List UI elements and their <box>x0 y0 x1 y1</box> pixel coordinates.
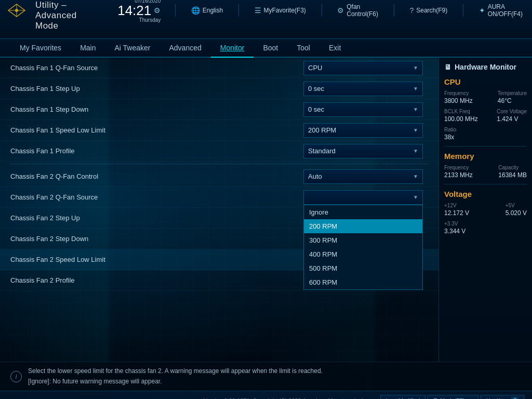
cpu-bclk-item: BCLK Freq 100.00 MHz <box>444 109 478 123</box>
memory-section-title: Memory <box>444 152 527 161</box>
memory-freq-item: Frequency 2133 MHz <box>444 165 473 179</box>
fan2-speedlow-label: Chassis Fan 2 Speed Low Limit <box>10 256 303 263</box>
cpu-freq-temp-row: Frequency 3800 MHz Temperature 46°C <box>444 90 527 104</box>
fan1-stepup-arrow: ▼ <box>413 86 418 91</box>
fan1-stepdown-value: 0 sec <box>308 105 324 113</box>
ez-mode-arrow-icon: → <box>467 397 473 400</box>
info-text-line2: [Ignore]: No future warning message will… <box>28 377 323 387</box>
cpu-temp-value: 46°C <box>498 97 527 104</box>
fan1-profile-value: Standard <box>308 147 336 155</box>
cpu-corevolt-item: Core Voltage 1.424 V <box>497 109 527 123</box>
aura-button[interactable]: ✦ AURA ON/OFF(F4) <box>476 2 526 19</box>
footer-buttons: Last Modified EzMode(F7) → Hot Keys ? <box>380 395 524 399</box>
fan1-speedlow-row: Chassis Fan 1 Speed Low Limit 200 RPM ▼ <box>0 120 438 141</box>
fan1-speedlow-dropdown[interactable]: 200 RPM ▼ <box>303 123 423 138</box>
cpu-temp-item: Temperature 46°C <box>498 90 527 104</box>
voltage-33v-label: +3.3V <box>444 221 466 227</box>
nav-item-boot[interactable]: Boot <box>254 39 287 58</box>
nav-item-main[interactable]: Main <box>71 39 105 58</box>
cpu-memory-divider <box>444 146 527 147</box>
voltage-5v-value: 5.020 V <box>506 209 527 217</box>
fan2-control-value: Auto <box>308 172 322 180</box>
last-modified-button[interactable]: Last Modified <box>380 395 425 399</box>
myfavorite-button[interactable]: ☰ MyFavorite(F3) <box>251 5 309 16</box>
fan1-stepup-dropdown[interactable]: 0 sec ▼ <box>303 82 423 96</box>
nav-item-tool[interactable]: Tool <box>287 39 320 58</box>
monitor-icon: 🖥 <box>444 63 451 71</box>
fan1-source-dropdown[interactable]: CPU ▼ <box>303 61 423 75</box>
hot-keys-button[interactable]: Hot Keys ? <box>481 395 524 399</box>
fan2-source-arrow: ▼ <box>413 194 418 200</box>
search-icon: ? <box>409 6 414 15</box>
fan1-source-row: Chassis Fan 1 Q-Fan Source CPU ▼ <box>0 58 438 78</box>
cpu-corevolt-value: 1.424 V <box>497 115 527 123</box>
memory-voltage-divider <box>444 184 527 184</box>
nav-item-favorites[interactable]: My Favorites <box>10 39 71 58</box>
cpu-ratio-value: 38x <box>444 134 456 141</box>
memory-freq-value: 2133 MHz <box>444 171 473 179</box>
cpu-section-title: CPU <box>444 77 527 86</box>
voltage-section-title: Voltage <box>444 190 527 198</box>
memory-cap-item: Capacity 16384 MB <box>498 165 527 179</box>
fan2-stepdown-label: Chassis Fan 2 Step Down <box>10 235 303 243</box>
fan1-speedlow-value: 200 RPM <box>308 126 336 134</box>
hot-keys-key: ? <box>511 397 518 399</box>
fan1-stepdown-label: Chassis Fan 1 Step Down <box>10 105 303 113</box>
voltage-33-row: +3.3V 3.344 V <box>444 221 527 235</box>
voltage-5v-label: +5V <box>506 203 527 208</box>
dropdown-popup: Ignore 200 RPM 300 RPM 400 RPM 500 RPM 6… <box>303 205 423 290</box>
popup-option-600rpm[interactable]: 600 RPM <box>304 275 422 289</box>
settings-panel: Chassis Fan 1 Q-Fan Source CPU ▼ Chassis… <box>0 58 438 362</box>
nav-item-ai-tweaker[interactable]: Ai Tweaker <box>105 39 159 58</box>
fan1-profile-dropdown[interactable]: Standard ▼ <box>303 144 423 158</box>
qfan-button[interactable]: ⚙ Qfan Control(F6) <box>334 2 381 19</box>
fan2-stepup-label: Chassis Fan 2 Step Up <box>10 214 303 222</box>
cpu-frequency-item: Frequency 3800 MHz <box>444 90 473 104</box>
popup-option-500rpm[interactable]: 500 RPM <box>304 261 422 275</box>
settings-icon[interactable]: ⚙ <box>154 6 161 15</box>
memory-freq-label: Frequency <box>444 165 473 170</box>
popup-option-400rpm[interactable]: 400 RPM <box>304 247 422 261</box>
fan1-stepup-label: Chassis Fan 1 Step Up <box>10 85 303 92</box>
footer-version: Version 2.20.1271. Copyright (C) 2020 Am… <box>194 397 380 400</box>
fan1-source-label: Chassis Fan 1 Q-Fan Source <box>10 64 303 72</box>
popup-option-ignore[interactable]: Ignore <box>304 205 422 219</box>
fan1-profile-label: Chassis Fan 1 Profile <box>10 147 303 155</box>
cpu-ratio-row: Ratio 38x <box>444 127 527 141</box>
cpu-bclk-volt-row: BCLK Freq 100.00 MHz Core Voltage 1.424 … <box>444 109 527 123</box>
info-text-line1: Select the lower speed limit for the cha… <box>28 366 323 376</box>
fan2-control-row: Chassis Fan 2 Q-Fan Control Auto ▼ <box>0 166 438 187</box>
fan1-source-arrow: ▼ <box>413 65 418 71</box>
cpu-ratio-item: Ratio 38x <box>444 127 456 141</box>
fan2-source-label: Chassis Fan 2 Q-Fan Source <box>10 193 303 201</box>
language-label: English <box>203 7 223 14</box>
search-button[interactable]: ? Search(F9) <box>406 5 450 16</box>
app-title: UEFI BIOS Utility – Advanced Mode <box>35 0 101 31</box>
cpu-freq-label: Frequency <box>444 90 473 96</box>
fan1-stepdown-dropdown[interactable]: 0 sec ▼ <box>303 102 423 117</box>
qfan-label: Qfan Control(F6) <box>347 3 378 18</box>
fan1-profile-arrow: ▼ <box>413 148 418 154</box>
aura-label: AURA ON/OFF(F4) <box>488 3 523 18</box>
popup-option-300rpm[interactable]: 300 RPM <box>304 233 422 247</box>
nav-item-advanced[interactable]: Advanced <box>159 39 210 58</box>
fan1-source-value: CPU <box>308 64 322 72</box>
voltage-33v-value: 3.344 V <box>444 228 466 235</box>
footer: Version 2.20.1271. Copyright (C) 2020 Am… <box>0 391 532 399</box>
language-button[interactable]: 🌐 English <box>188 5 226 16</box>
fan1-speedlow-arrow: ▼ <box>413 127 418 133</box>
voltage-12v-label: +12V <box>444 203 469 208</box>
hot-keys-label: Hot Keys <box>486 397 510 400</box>
fan2-control-arrow: ▼ <box>413 174 418 179</box>
cpu-temp-label: Temperature <box>498 90 527 96</box>
nav-item-monitor[interactable]: Monitor <box>211 39 254 58</box>
ez-mode-button[interactable]: EzMode(F7) → <box>428 395 478 399</box>
popup-option-200rpm[interactable]: 200 RPM <box>304 219 422 233</box>
info-bar: i Select the lower speed limit for the c… <box>0 362 532 391</box>
myfavorite-icon: ☰ <box>255 6 261 15</box>
nav-item-exit[interactable]: Exit <box>320 39 350 58</box>
fan2-control-dropdown[interactable]: Auto ▼ <box>303 169 423 184</box>
navigation-bar: My Favorites Main Ai Tweaker Advanced Mo… <box>0 39 532 58</box>
info-icon: i <box>10 371 22 382</box>
fan2-source-dropdown[interactable]: ▼ <box>303 190 423 205</box>
